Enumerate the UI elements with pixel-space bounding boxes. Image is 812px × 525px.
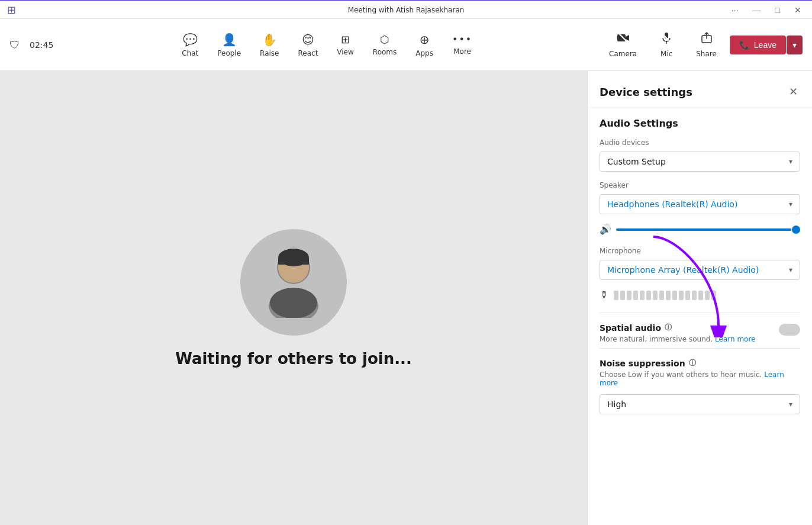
volume-slider-row: 🔊 xyxy=(600,224,800,235)
window-title: Meeting with Atish Rajasekharan xyxy=(348,6,465,14)
spatial-audio-desc: More natural, immersive sound. Learn mor… xyxy=(600,335,772,343)
leave-wrapper: 📞 Leave ▾ xyxy=(730,36,803,54)
volume-speaker-icon: 🔊 xyxy=(600,224,611,235)
leave-phone-icon: 📞 xyxy=(739,40,749,50)
meeting-area: Waiting for others to join... xyxy=(0,71,587,525)
svg-point-9 xyxy=(270,288,317,318)
divider-1 xyxy=(600,313,800,313)
audio-devices-label: Audio devices xyxy=(600,139,800,147)
shield-icon: 🛡 xyxy=(9,38,20,51)
leave-chevron-icon: ▾ xyxy=(792,40,797,50)
spatial-audio-row: Spatial audio ⓘ More natural, immersive … xyxy=(600,323,800,343)
window-controls: ··· — □ ✕ xyxy=(728,4,805,16)
toolbar-left: 🛡 02:45 xyxy=(9,38,53,51)
chat-icon: 💬 xyxy=(183,33,198,47)
volume-slider-track[interactable] xyxy=(616,228,800,231)
noise-suppression-desc: Choose Low if you want others to hear mu… xyxy=(600,371,800,387)
more-icon: ••• xyxy=(452,34,472,45)
noise-suppression-label: Noise suppression xyxy=(600,359,685,368)
speaker-label: Speaker xyxy=(600,181,800,189)
level-bar-8 xyxy=(659,291,664,300)
camera-button[interactable]: Camera xyxy=(601,27,645,63)
leave-dropdown-button[interactable]: ▾ xyxy=(787,36,803,54)
noise-level-dropdown[interactable]: High ▾ xyxy=(600,394,800,414)
camera-label: Camera xyxy=(609,50,637,58)
chat-label: Chat xyxy=(182,49,198,57)
mic-button[interactable]: Mic xyxy=(650,27,683,63)
more-options-button[interactable]: ··· xyxy=(728,4,742,16)
rooms-button[interactable]: ⬡ Rooms xyxy=(365,28,405,61)
device-settings-panel: Device settings ✕ Audio Settings Audio d… xyxy=(587,71,812,525)
noise-level-chevron-icon: ▾ xyxy=(789,400,792,408)
raise-label: Raise xyxy=(260,49,279,57)
chat-button[interactable]: 💬 Chat xyxy=(173,28,207,62)
close-button[interactable]: ✕ xyxy=(791,4,805,16)
microphone-dropdown[interactable]: Microphone Array (Realtek(R) Audio) ▾ xyxy=(600,260,800,280)
titlebar: ⊞ Meeting with Atish Rajasekharan ··· — … xyxy=(0,0,812,19)
spatial-audio-title: Spatial audio ⓘ xyxy=(600,323,772,333)
level-bar-11 xyxy=(679,291,684,300)
speaker-dropdown[interactable]: Headphones (Realtek(R) Audio) ▾ xyxy=(600,194,800,214)
people-icon: 👤 xyxy=(222,33,237,47)
level-bar-4 xyxy=(633,291,638,300)
speaker-value: Headphones (Realtek(R) Audio) xyxy=(607,199,737,209)
audio-devices-value: Custom Setup xyxy=(607,157,666,166)
speaker-chevron-icon: ▾ xyxy=(789,200,792,208)
toolbar-center: 💬 Chat 👤 People ✋ Raise 😊 React ⊞ View ⬡… xyxy=(173,28,481,62)
react-label: React xyxy=(298,49,318,57)
minimize-button[interactable]: — xyxy=(749,4,765,16)
svg-rect-11 xyxy=(278,257,309,265)
share-button[interactable]: Share xyxy=(688,27,725,63)
people-button[interactable]: 👤 People xyxy=(209,28,249,62)
panel-header: Device settings ✕ xyxy=(588,71,812,108)
level-bar-9 xyxy=(666,291,671,300)
meeting-toolbar: 🛡 02:45 💬 Chat 👤 People ✋ Raise 😊 React … xyxy=(0,19,812,71)
noise-suppression-section: Noise suppression ⓘ Choose Low if you wa… xyxy=(600,358,800,414)
share-icon xyxy=(700,31,713,47)
apps-icon: ⊕ xyxy=(420,33,430,47)
raise-icon: ✋ xyxy=(262,33,277,47)
spatial-audio-info-icon: ⓘ xyxy=(665,323,672,333)
panel-title: Device settings xyxy=(600,86,692,98)
audio-settings-title: Audio Settings xyxy=(600,118,800,129)
audio-devices-chevron-icon: ▾ xyxy=(789,157,792,166)
teams-logo-icon: ⊞ xyxy=(7,4,16,16)
avatar xyxy=(240,229,347,336)
level-bar-1 xyxy=(614,291,618,300)
audio-devices-dropdown[interactable]: Custom Setup ▾ xyxy=(600,152,800,172)
rooms-icon: ⬡ xyxy=(380,33,389,46)
more-button[interactable]: ••• More xyxy=(444,29,481,60)
level-bar-2 xyxy=(620,291,625,300)
maximize-button[interactable]: □ xyxy=(772,4,784,16)
spatial-audio-desc-text: More natural, immersive sound. xyxy=(600,335,713,343)
level-bar-10 xyxy=(672,291,677,300)
apps-button[interactable]: ⊕ Apps xyxy=(407,28,442,62)
leave-button[interactable]: 📞 Leave xyxy=(730,36,786,54)
view-button[interactable]: ⊞ View xyxy=(328,28,362,61)
apps-label: Apps xyxy=(415,49,433,57)
spatial-audio-label: Spatial audio xyxy=(600,323,661,333)
panel-body: Audio Settings Audio devices Custom Setu… xyxy=(588,108,812,525)
spatial-audio-info: Spatial audio ⓘ More natural, immersive … xyxy=(600,323,772,343)
leave-label: Leave xyxy=(754,40,776,50)
react-button[interactable]: 😊 React xyxy=(290,28,327,62)
microphone-label: Microphone xyxy=(600,247,800,255)
level-bar-12 xyxy=(685,291,690,300)
microphone-value: Microphone Array (Realtek(R) Audio) xyxy=(607,265,759,275)
level-bar-13 xyxy=(692,291,697,300)
waiting-text: Waiting for others to join... xyxy=(175,350,412,368)
raise-button[interactable]: ✋ Raise xyxy=(252,28,287,62)
titlebar-left: ⊞ xyxy=(7,4,16,16)
level-bar-3 xyxy=(627,291,631,300)
rooms-label: Rooms xyxy=(373,48,397,56)
mic-level-row: 🎙 xyxy=(600,289,800,301)
meeting-timer: 02:45 xyxy=(30,40,53,50)
level-bar-14 xyxy=(698,291,703,300)
panel-close-button[interactable]: ✕ xyxy=(787,83,800,101)
spatial-audio-toggle[interactable] xyxy=(779,324,800,336)
camera-icon xyxy=(617,31,630,47)
toolbar-right: Camera Mic Share xyxy=(601,27,803,63)
divider-2 xyxy=(600,348,800,349)
volume-slider-thumb[interactable] xyxy=(792,226,800,234)
spatial-audio-learn-more[interactable]: Learn more xyxy=(715,335,755,343)
